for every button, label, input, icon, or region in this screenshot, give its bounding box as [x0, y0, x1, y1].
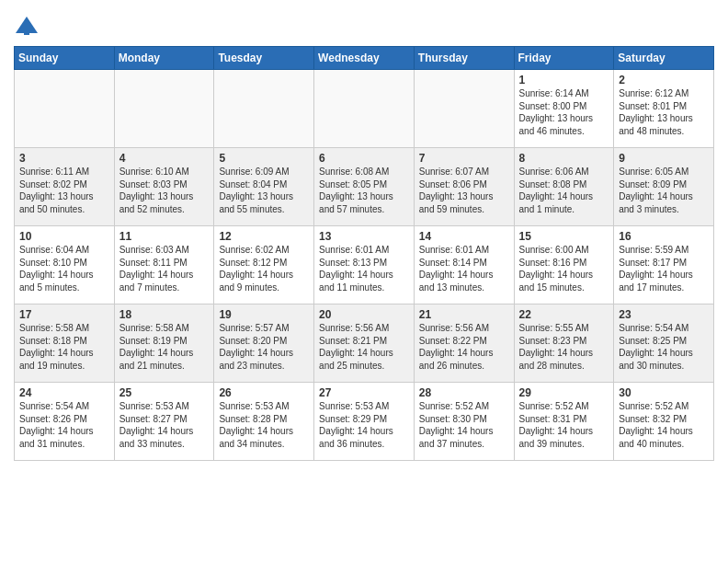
day-info: Sunrise: 5:52 AM Sunset: 8:31 PM Dayligh… [519, 400, 609, 450]
calendar-cell: 3Sunrise: 6:11 AM Sunset: 8:02 PM Daylig… [15, 148, 115, 226]
calendar-cell: 23Sunrise: 5:54 AM Sunset: 8:25 PM Dayli… [614, 304, 714, 383]
day-number: 9 [619, 152, 709, 165]
day-number: 25 [119, 386, 210, 399]
day-number: 14 [419, 230, 509, 243]
calendar-cell [314, 70, 415, 148]
weekday-header-friday: Friday [514, 47, 614, 70]
day-number: 22 [519, 308, 609, 321]
calendar-cell [114, 70, 214, 148]
day-info: Sunrise: 6:04 AM Sunset: 8:10 PM Dayligh… [19, 244, 109, 293]
day-number: 4 [119, 152, 210, 165]
day-info: Sunrise: 6:02 AM Sunset: 8:12 PM Dayligh… [219, 244, 309, 293]
day-info: Sunrise: 6:12 AM Sunset: 8:01 PM Dayligh… [619, 87, 709, 137]
day-info: Sunrise: 5:53 AM Sunset: 8:29 PM Dayligh… [319, 400, 409, 450]
day-number: 13 [319, 230, 409, 243]
day-info: Sunrise: 6:08 AM Sunset: 8:05 PM Dayligh… [319, 166, 409, 215]
weekday-header-tuesday: Tuesday [214, 47, 314, 70]
calendar-cell: 28Sunrise: 5:52 AM Sunset: 8:30 PM Dayli… [414, 383, 514, 461]
day-number: 15 [519, 230, 609, 243]
calendar-cell [414, 70, 514, 148]
calendar-cell: 26Sunrise: 5:53 AM Sunset: 8:28 PM Dayli… [214, 383, 314, 461]
day-number: 30 [619, 386, 709, 399]
weekday-header-wednesday: Wednesday [314, 47, 415, 70]
week-row-1: 1Sunrise: 6:14 AM Sunset: 8:00 PM Daylig… [15, 70, 714, 148]
calendar-cell: 9Sunrise: 6:05 AM Sunset: 8:09 PM Daylig… [614, 148, 714, 226]
day-number: 10 [19, 230, 109, 243]
weekday-header-thursday: Thursday [414, 47, 514, 70]
day-info: Sunrise: 5:58 AM Sunset: 8:19 PM Dayligh… [119, 322, 210, 372]
day-info: Sunrise: 5:55 AM Sunset: 8:23 PM Dayligh… [519, 322, 609, 372]
calendar-cell: 5Sunrise: 6:09 AM Sunset: 8:04 PM Daylig… [214, 148, 314, 226]
day-info: Sunrise: 6:09 AM Sunset: 8:04 PM Dayligh… [219, 166, 309, 215]
day-info: Sunrise: 5:54 AM Sunset: 8:25 PM Dayligh… [619, 322, 709, 372]
day-number: 23 [619, 308, 709, 321]
calendar-cell: 30Sunrise: 5:52 AM Sunset: 8:32 PM Dayli… [614, 383, 714, 461]
day-number: 29 [519, 386, 609, 399]
calendar-cell: 13Sunrise: 6:01 AM Sunset: 8:13 PM Dayli… [314, 226, 415, 304]
calendar-cell: 4Sunrise: 6:10 AM Sunset: 8:03 PM Daylig… [114, 148, 214, 226]
day-number: 3 [19, 152, 109, 165]
day-number: 11 [119, 230, 210, 243]
day-info: Sunrise: 5:59 AM Sunset: 8:17 PM Dayligh… [619, 244, 709, 293]
calendar-cell [15, 70, 115, 148]
day-info: Sunrise: 5:52 AM Sunset: 8:32 PM Dayligh… [619, 400, 709, 450]
calendar-cell: 10Sunrise: 6:04 AM Sunset: 8:10 PM Dayli… [15, 226, 115, 304]
day-number: 28 [419, 386, 509, 399]
calendar-cell: 2Sunrise: 6:12 AM Sunset: 8:01 PM Daylig… [614, 70, 714, 148]
calendar-cell: 25Sunrise: 5:53 AM Sunset: 8:27 PM Dayli… [114, 383, 214, 461]
day-number: 26 [219, 386, 309, 399]
day-info: Sunrise: 6:05 AM Sunset: 8:09 PM Dayligh… [619, 166, 709, 215]
calendar-cell: 6Sunrise: 6:08 AM Sunset: 8:05 PM Daylig… [314, 148, 415, 226]
calendar-cell: 18Sunrise: 5:58 AM Sunset: 8:19 PM Dayli… [114, 304, 214, 383]
day-number: 24 [19, 386, 109, 399]
calendar-cell: 17Sunrise: 5:58 AM Sunset: 8:18 PM Dayli… [15, 304, 115, 383]
day-info: Sunrise: 5:54 AM Sunset: 8:26 PM Dayligh… [19, 400, 109, 450]
calendar-cell: 8Sunrise: 6:06 AM Sunset: 8:08 PM Daylig… [514, 148, 614, 226]
day-number: 7 [419, 152, 509, 165]
day-info: Sunrise: 5:57 AM Sunset: 8:20 PM Dayligh… [219, 322, 309, 372]
week-row-3: 10Sunrise: 6:04 AM Sunset: 8:10 PM Dayli… [15, 226, 714, 304]
weekday-header-saturday: Saturday [614, 47, 714, 70]
day-number: 5 [219, 152, 309, 165]
day-info: Sunrise: 6:11 AM Sunset: 8:02 PM Dayligh… [19, 166, 109, 215]
week-row-4: 17Sunrise: 5:58 AM Sunset: 8:18 PM Dayli… [15, 304, 714, 383]
calendar-cell: 21Sunrise: 5:56 AM Sunset: 8:22 PM Dayli… [414, 304, 514, 383]
calendar-cell: 24Sunrise: 5:54 AM Sunset: 8:26 PM Dayli… [15, 383, 115, 461]
page-header [14, 9, 714, 40]
weekday-header-row: SundayMondayTuesdayWednesdayThursdayFrid… [15, 47, 714, 70]
weekday-header-monday: Monday [114, 47, 214, 70]
day-number: 27 [319, 386, 409, 399]
day-number: 1 [519, 74, 609, 86]
logo [14, 15, 43, 40]
day-info: Sunrise: 5:53 AM Sunset: 8:27 PM Dayligh… [119, 400, 210, 450]
day-info: Sunrise: 5:56 AM Sunset: 8:21 PM Dayligh… [319, 322, 409, 372]
day-info: Sunrise: 5:53 AM Sunset: 8:28 PM Dayligh… [219, 400, 309, 450]
calendar-cell: 15Sunrise: 6:00 AM Sunset: 8:16 PM Dayli… [514, 226, 614, 304]
calendar-cell: 1Sunrise: 6:14 AM Sunset: 8:00 PM Daylig… [514, 70, 614, 148]
weekday-header-sunday: Sunday [15, 47, 115, 70]
calendar-cell: 29Sunrise: 5:52 AM Sunset: 8:31 PM Dayli… [514, 383, 614, 461]
day-info: Sunrise: 6:00 AM Sunset: 8:16 PM Dayligh… [519, 244, 609, 293]
day-info: Sunrise: 6:01 AM Sunset: 8:13 PM Dayligh… [319, 244, 409, 293]
day-number: 8 [519, 152, 609, 165]
day-number: 21 [419, 308, 509, 321]
calendar-cell [214, 70, 314, 148]
calendar-cell: 20Sunrise: 5:56 AM Sunset: 8:21 PM Dayli… [314, 304, 415, 383]
calendar-cell: 27Sunrise: 5:53 AM Sunset: 8:29 PM Dayli… [314, 383, 415, 461]
day-number: 6 [319, 152, 409, 165]
day-number: 17 [19, 308, 109, 321]
svg-rect-1 [24, 28, 29, 35]
day-number: 12 [219, 230, 309, 243]
day-info: Sunrise: 6:10 AM Sunset: 8:03 PM Dayligh… [119, 166, 210, 215]
day-info: Sunrise: 5:58 AM Sunset: 8:18 PM Dayligh… [19, 322, 109, 372]
day-info: Sunrise: 6:14 AM Sunset: 8:00 PM Dayligh… [519, 87, 609, 137]
day-number: 16 [619, 230, 709, 243]
day-number: 2 [619, 74, 709, 86]
day-info: Sunrise: 6:03 AM Sunset: 8:11 PM Dayligh… [119, 244, 210, 293]
day-info: Sunrise: 5:56 AM Sunset: 8:22 PM Dayligh… [419, 322, 509, 372]
calendar-cell: 22Sunrise: 5:55 AM Sunset: 8:23 PM Dayli… [514, 304, 614, 383]
calendar-cell: 11Sunrise: 6:03 AM Sunset: 8:11 PM Dayli… [114, 226, 214, 304]
day-number: 20 [319, 308, 409, 321]
logo-icon [14, 15, 40, 40]
day-number: 19 [219, 308, 309, 321]
